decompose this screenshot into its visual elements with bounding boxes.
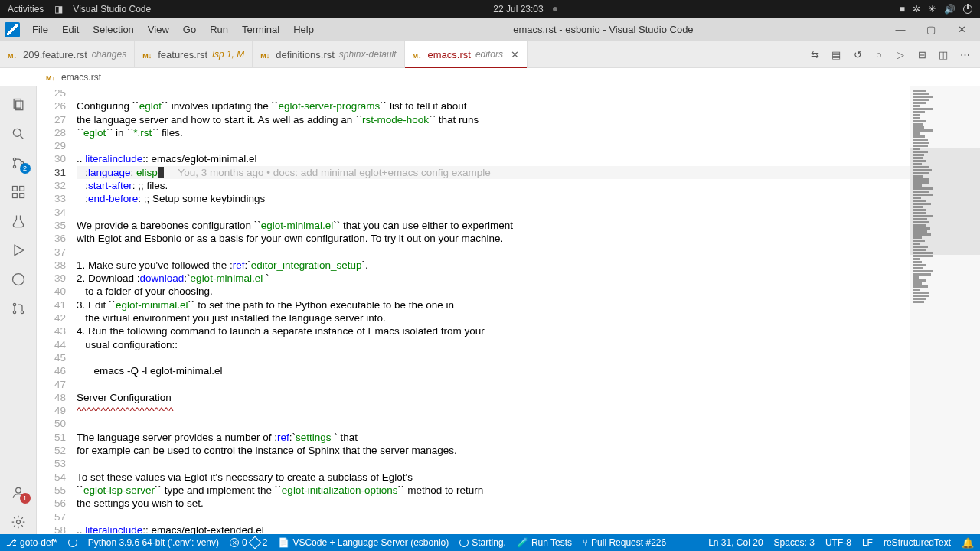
cursor-position[interactable]: Ln 31, Col 20 <box>708 537 763 548</box>
sync-status[interactable] <box>68 538 77 547</box>
run-debug-icon[interactable] <box>6 238 31 262</box>
svg-point-4 <box>13 158 15 160</box>
python-interpreter[interactable]: Python 3.9.6 64-bit ('.env': venv) <box>88 537 219 548</box>
svg-rect-1 <box>15 101 22 110</box>
svg-rect-10 <box>19 194 24 198</box>
system-bar: Activities ◨ Visual Studio Code 22 Jul 2… <box>0 0 980 18</box>
explorer-icon[interactable] <box>6 93 31 117</box>
svg-point-14 <box>13 311 15 313</box>
svg-point-13 <box>13 303 15 305</box>
activity-bar: 2 1 <box>0 86 37 534</box>
svg-rect-7 <box>12 187 17 191</box>
tab-209-feature[interactable]: 209.feature.rst changes <box>0 41 135 67</box>
breadcrumb[interactable]: emacs.rst <box>0 68 980 86</box>
rst-file-icon <box>260 49 271 60</box>
svg-point-16 <box>15 487 21 493</box>
status-bar: ⎇ goto-def* Python 3.9.6 64-bit ('.env':… <box>0 534 980 551</box>
close-tab-icon[interactable]: ✕ <box>511 49 519 60</box>
split-editor-icon[interactable]: ◫ <box>936 49 951 60</box>
more-actions-icon[interactable]: ⋯ <box>957 49 972 60</box>
svg-point-5 <box>13 165 15 168</box>
svg-line-3 <box>20 136 23 139</box>
vscode-logo-icon <box>5 22 20 37</box>
eol[interactable]: LF <box>862 537 873 548</box>
pull-request-status[interactable]: ⑂ Pull Request #226 <box>583 537 666 548</box>
minimize-button[interactable]: — <box>887 21 914 39</box>
clock[interactable]: 22 Jul 23:03 <box>493 4 543 15</box>
minimap-viewport[interactable] <box>910 148 980 255</box>
sync-icon <box>68 538 77 547</box>
tab-features[interactable]: features.rst lsp 1, M <box>135 41 253 67</box>
svg-point-15 <box>21 311 23 313</box>
encoding[interactable]: UTF-8 <box>825 537 851 548</box>
close-button[interactable]: ✕ <box>948 21 975 39</box>
svg-marker-11 <box>15 245 24 255</box>
menu-edit[interactable]: Edit <box>56 21 85 38</box>
pull-request-icon[interactable] <box>6 296 31 321</box>
settings-gear-icon[interactable] <box>6 510 31 534</box>
run-tests-button[interactable]: 🧪 Run Tests <box>517 537 572 548</box>
source-control-icon[interactable]: 2 <box>6 151 31 175</box>
maximize-button[interactable]: ▢ <box>917 21 945 39</box>
app-name: Visual Studio Code <box>73 4 151 15</box>
error-icon: ✕ <box>230 538 239 547</box>
menu-file[interactable]: File <box>26 21 54 38</box>
notification-dot-icon <box>553 7 557 11</box>
line-gutter: 2526272829303132333435363738394041424344… <box>37 86 77 534</box>
svg-rect-0 <box>14 99 21 109</box>
breadcrumb-file[interactable]: emacs.rst <box>61 72 101 83</box>
tab-label: emacs.rst <box>428 49 471 60</box>
window-title: emacs.rst - esbonio - Visual Studio Code <box>320 24 887 35</box>
settings-icon[interactable]: ✲ <box>913 4 920 15</box>
tab-label: 209.feature.rst <box>23 49 87 60</box>
menu-selection[interactable]: Selection <box>87 21 139 38</box>
warning-icon <box>248 536 261 549</box>
notifications-icon[interactable]: 🔔 <box>962 537 974 549</box>
tab-label: definitions.rst <box>276 49 335 60</box>
menu-terminal[interactable]: Terminal <box>236 21 286 38</box>
testing-icon[interactable] <box>6 209 31 233</box>
vscode-task-icon: ◨ <box>53 4 64 15</box>
git-circle-icon[interactable]: ○ <box>871 49 887 60</box>
toggle-preview-icon[interactable]: ⊟ <box>914 49 929 60</box>
rst-file-icon <box>46 72 57 83</box>
svg-point-12 <box>12 274 24 285</box>
tab-definitions[interactable]: definitions.rst sphinx-default <box>253 41 404 67</box>
loading-icon <box>459 538 469 547</box>
tab-description: sphinx-default <box>339 49 397 60</box>
run-icon[interactable]: ▷ <box>893 49 908 60</box>
activities-menu[interactable]: Activities <box>8 4 44 15</box>
starting-status[interactable]: Starting. <box>459 537 506 548</box>
compare-changes-icon[interactable]: ⇆ <box>807 49 822 60</box>
language-mode[interactable]: reStructuredText <box>884 537 951 548</box>
code-area[interactable]: Configuring ``eglot`` involves updating … <box>77 86 980 534</box>
tab-description: editors <box>475 49 503 60</box>
brightness-icon[interactable]: ☀ <box>928 4 936 15</box>
volume-icon[interactable]: 🔊 <box>944 4 956 15</box>
power-icon[interactable] <box>963 5 972 14</box>
scm-badge: 2 <box>20 163 31 174</box>
revert-icon[interactable]: ↺ <box>850 49 865 60</box>
tab-bar: 209.feature.rst changes features.rst lsp… <box>0 41 980 68</box>
tray-icon[interactable]: ■ <box>900 4 905 15</box>
extensions-icon[interactable] <box>6 180 31 204</box>
github-icon[interactable] <box>6 267 31 292</box>
accounts-icon[interactable]: 1 <box>6 481 31 505</box>
minimap[interactable] <box>910 86 980 534</box>
svg-rect-9 <box>12 194 17 198</box>
editor[interactable]: 2526272829303132333435363738394041424344… <box>37 86 980 534</box>
svg-point-17 <box>16 520 20 524</box>
menu-help[interactable]: Help <box>287 21 320 38</box>
tab-emacs[interactable]: emacs.rst editors ✕ <box>405 41 528 67</box>
problems-indicator[interactable]: ✕0 2 <box>230 537 267 548</box>
menu-run[interactable]: Run <box>204 21 234 38</box>
indentation[interactable]: Spaces: 3 <box>774 537 815 548</box>
tab-label: features.rst <box>158 49 207 60</box>
language-server-status[interactable]: 📄 VSCode + Language Server (esbonio) <box>278 537 449 548</box>
rst-file-icon <box>8 49 18 60</box>
menu-go[interactable]: Go <box>177 21 202 38</box>
open-changes-icon[interactable]: ▤ <box>828 49 844 60</box>
menu-view[interactable]: View <box>142 21 175 38</box>
remote-indicator[interactable]: ⎇ goto-def* <box>6 537 57 548</box>
search-icon[interactable] <box>6 122 31 146</box>
